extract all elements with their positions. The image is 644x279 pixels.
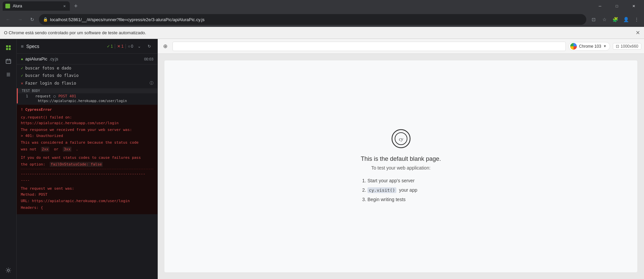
error-sent: The request we sent was: bbox=[21, 186, 153, 191]
error-explain3: If you do not want status codes to cause… bbox=[21, 155, 153, 160]
url-text: localhost:52861/__/#/specs/runner?file=c… bbox=[50, 17, 582, 22]
fail-option: failOnStatusCode: false bbox=[50, 162, 103, 167]
forward-button[interactable]: → bbox=[15, 14, 26, 25]
sidebar-item-settings[interactable] bbox=[2, 264, 14, 276]
resolution-badge[interactable]: ⊡ 1000x660 bbox=[613, 43, 641, 50]
browser-window: Alura ✕ + ─ □ ✕ ← → ↻ 🔒 localhost:52861/… bbox=[0, 0, 644, 279]
test-body-scroll[interactable]: ✓ buscar fotos e dado ✓ buscar fotos do … bbox=[17, 64, 157, 279]
code-2xx: 2xx bbox=[41, 147, 50, 152]
resolution-icon: ⊡ bbox=[616, 44, 619, 49]
error-desc: The response we received from your web s… bbox=[21, 127, 153, 132]
sidebar-item-list[interactable] bbox=[2, 68, 14, 81]
address-bar-row: ← → ↻ 🔒 localhost:52861/__/#/specs/runne… bbox=[0, 12, 644, 27]
info-icon[interactable]: ⓘ bbox=[150, 81, 153, 86]
check-icon: ✓ bbox=[107, 44, 110, 49]
browser-toolbar: ⊕ Chrome 103 ▼ ⊡ 1000x660 bbox=[158, 39, 644, 54]
reload-button[interactable]: ↻ bbox=[27, 14, 38, 25]
blank-page-list: Start your app's server cy.visit() your … bbox=[361, 176, 441, 204]
browser-tab[interactable]: Alura ✕ bbox=[3, 1, 70, 11]
test-body-section: TEST BODY 1 request ○ POST 401 https://a… bbox=[17, 88, 157, 103]
error-divider bbox=[21, 169, 153, 169]
pass-count: 1 bbox=[111, 44, 113, 49]
sidebar-icons bbox=[0, 39, 17, 279]
tab-favicon bbox=[5, 4, 10, 8]
fail-icon: ✕ bbox=[21, 81, 23, 86]
req-num: 1 bbox=[26, 94, 33, 98]
sort-button[interactable]: ⌄ bbox=[135, 42, 143, 50]
tab-close-button[interactable]: ✕ bbox=[62, 3, 67, 9]
pass-icon: ✓ bbox=[21, 73, 23, 78]
sidebar-item-home[interactable] bbox=[2, 42, 14, 54]
svg-rect-2 bbox=[6, 48, 8, 50]
browser-titlebar: Alura ✕ + ─ □ ✕ bbox=[0, 0, 644, 12]
cy-visit-code: cy.visit() bbox=[367, 187, 396, 193]
list-item[interactable]: ✕ Fazer login do flavio ⓘ bbox=[17, 79, 157, 87]
fail-stat: ✕ 1 bbox=[117, 44, 123, 49]
back-button[interactable]: ← bbox=[3, 14, 13, 25]
browser-view: ⊕ Chrome 103 ▼ ⊡ 1000x660 bbox=[158, 39, 644, 279]
error-explain2-or: or bbox=[54, 147, 58, 151]
pending-stat: ○ 0 bbox=[128, 44, 133, 49]
period: . bbox=[76, 147, 78, 151]
maximize-button[interactable]: □ bbox=[609, 1, 625, 11]
error-explain1: This was considered a failure because th… bbox=[21, 140, 153, 145]
close-button[interactable]: ✕ bbox=[626, 1, 641, 11]
list-item[interactable]: ✓ buscar fotos e dado bbox=[17, 64, 157, 72]
chrome-label: Chrome 103 bbox=[579, 44, 601, 49]
chrome-icon bbox=[570, 43, 577, 50]
cypress-logo: cy bbox=[391, 129, 411, 149]
error-method-label: Method: POST bbox=[21, 192, 153, 197]
refresh-button[interactable]: ↻ bbox=[145, 42, 153, 50]
req-url: https://apialurapic.herokuapp.com/user/l… bbox=[38, 99, 127, 103]
main-layout: ≡ Specs ✓ 1 ✕ 1 ○ 0 bbox=[0, 39, 644, 279]
test-file-header: ● apiAluraPic .cy.js 00:03 bbox=[17, 54, 157, 64]
profile-icon[interactable]: 👤 bbox=[621, 15, 631, 24]
blank-page-inner: cy This is the default blank page. To te… bbox=[361, 129, 441, 204]
error-url: https://apialurapic.herokuapp.com/user/l… bbox=[21, 121, 153, 125]
divider-line2: ---- bbox=[21, 178, 153, 183]
error-method: cy.request() failed on: bbox=[21, 115, 153, 120]
error-block: ! CypressError cy.request() failed on: h… bbox=[17, 105, 157, 214]
file-time: 00:03 bbox=[144, 57, 153, 61]
resolution-label: 1000x660 bbox=[621, 44, 638, 49]
security-icon: 🔒 bbox=[43, 17, 48, 22]
test-label: buscar fotos do flavio bbox=[25, 73, 79, 78]
test-body-label: TEST BODY bbox=[18, 88, 157, 93]
test-label: Fazer login do flavio bbox=[25, 81, 76, 86]
banner-close-button[interactable]: ✕ bbox=[636, 30, 640, 36]
request-line[interactable]: 1 request ○ POST 401 bbox=[18, 93, 157, 99]
req-status: POST 401 bbox=[58, 94, 76, 98]
browser-url-bar[interactable] bbox=[172, 42, 566, 51]
req-circle-icon: ○ bbox=[53, 94, 56, 98]
pending-icon: ○ bbox=[128, 44, 130, 49]
browser-home-button[interactable]: ⊕ bbox=[160, 42, 170, 51]
blank-page-subtitle: To test your web application: bbox=[361, 165, 441, 171]
new-tab-button[interactable]: + bbox=[71, 1, 81, 11]
bookmark-icon[interactable]: ☆ bbox=[600, 15, 609, 24]
list-item: cy.visit() your app bbox=[367, 185, 441, 195]
list-item[interactable]: ✓ buscar fotos do flavio bbox=[17, 72, 157, 79]
file-ext: .cy.js bbox=[49, 57, 58, 61]
divider-line: ----------------------------------------… bbox=[21, 171, 153, 176]
cast-icon[interactable]: ⊡ bbox=[589, 15, 598, 24]
pending-count: 0 bbox=[131, 44, 133, 49]
specs-icon: ≡ bbox=[21, 44, 23, 49]
sidebar-item-calendar[interactable] bbox=[2, 55, 14, 67]
code-3xx: 3xx bbox=[63, 147, 71, 152]
error-title: ! CypressError bbox=[21, 107, 153, 112]
chrome-badge[interactable]: Chrome 103 ▼ bbox=[568, 42, 610, 51]
stats-bar: ✓ 1 ✕ 1 ○ 0 ⌄ ↻ bbox=[107, 42, 153, 50]
menu-icon[interactable]: ⋮ bbox=[632, 15, 641, 24]
error-explain2: was not 2xx or 3xx . bbox=[21, 147, 153, 152]
automation-banner: O Chrome está sendo controlado por um so… bbox=[0, 27, 644, 39]
blank-page-title: This is the default blank page. bbox=[361, 155, 441, 162]
address-bar[interactable]: 🔒 localhost:52861/__/#/specs/runner?file… bbox=[39, 14, 586, 25]
extension-icon[interactable]: 🧩 bbox=[610, 15, 620, 24]
list-item: Begin writing tests bbox=[367, 195, 441, 204]
panel-header: ≡ Specs ✓ 1 ✕ 1 ○ 0 bbox=[17, 39, 157, 54]
pass-icon: ✓ bbox=[21, 66, 23, 71]
minimize-button[interactable]: ─ bbox=[592, 1, 608, 11]
browser-right-controls: Chrome 103 ▼ ⊡ 1000x660 bbox=[568, 42, 641, 51]
list-item: Start your app's server bbox=[367, 176, 441, 185]
stat-divider-1 bbox=[115, 44, 115, 49]
